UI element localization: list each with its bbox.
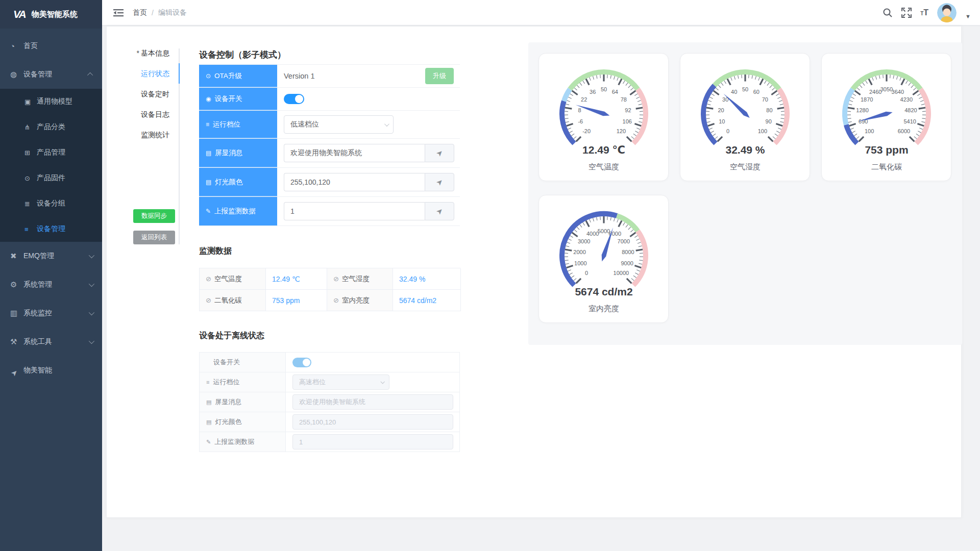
offline-gear-value: 高速档位 — [286, 372, 459, 392]
device-switch-toggle[interactable] — [284, 94, 304, 104]
color-label: ▤ 灯光颜色 — [199, 168, 277, 196]
gauge-chart: 0100020003000400050006000700080009000100… — [539, 195, 668, 324]
monitor-label-temp: ⊘空气温度 — [200, 268, 266, 290]
tab-device-timer[interactable]: 设备定时 — [107, 84, 179, 104]
form-row-message: ▤ 屏显消息 ➤ — [199, 139, 460, 168]
svg-text:空气湿度: 空气湿度 — [730, 162, 761, 171]
send-button[interactable]: ➤ — [425, 202, 454, 220]
gear-value: 低速档位 — [277, 111, 460, 138]
offline-row-color: ▤灯光颜色 — [200, 412, 459, 432]
search-icon[interactable] — [883, 8, 893, 18]
avatar-image — [937, 3, 957, 22]
fullscreen-icon[interactable] — [901, 8, 912, 18]
send-button[interactable]: ➤ — [425, 173, 454, 191]
run-level-select[interactable]: 低速档位 — [284, 115, 394, 134]
offline-title: 设备处于离线状态 — [199, 331, 264, 341]
ota-value: Version 1 升级 — [277, 65, 460, 87]
sidebar-item-product-mgmt[interactable]: ⊞ 产品管理 — [0, 140, 102, 165]
svg-text:106: 106 — [623, 118, 632, 124]
sidebar-item-label: 系统管理 — [23, 280, 89, 289]
sidebar-item-home[interactable]: ◔ 首页 — [0, 32, 102, 60]
avatar[interactable] — [937, 3, 957, 22]
tab-device-log[interactable]: 设备日志 — [107, 104, 179, 124]
emq-icon: ✖ — [10, 252, 23, 261]
svg-text:753 ppm: 753 ppm — [865, 144, 908, 156]
svg-text:1280: 1280 — [856, 107, 868, 113]
offline-report-input — [292, 434, 453, 449]
breadcrumb-home[interactable]: 首页 — [133, 8, 147, 17]
font-size-icon[interactable]: TT — [920, 8, 928, 17]
svg-text:7000: 7000 — [618, 238, 630, 244]
form-row-color: ▤ 灯光颜色 ➤ — [199, 168, 460, 197]
monitor-value-temp: 12.49 ℃ — [266, 268, 327, 290]
upgrade-button[interactable]: 升级 — [425, 68, 454, 84]
screen-message-input[interactable] — [284, 144, 425, 162]
offline-gear-label: ≡运行档位 — [200, 372, 286, 392]
svg-text:-20: -20 — [582, 128, 591, 134]
sidebar-item-product-category[interactable]: ⋔ 产品分类 — [0, 114, 102, 140]
report-value: ➤ — [277, 197, 460, 226]
svg-text:5674 cd/m2: 5674 cd/m2 — [575, 286, 632, 297]
sidebar-item-label: 通用物模型 — [37, 97, 93, 106]
sidebar-item-firmware[interactable]: ⊙ 产品固件 — [0, 165, 102, 191]
sidebar-item-label: 产品分类 — [37, 122, 93, 132]
tab-label: 设备日志 — [141, 110, 169, 118]
light-color-input[interactable] — [284, 173, 425, 191]
sidebar-item-device-mgmt[interactable]: ◍ 设备管理 — [0, 60, 102, 89]
category-icon: ⋔ — [24, 123, 37, 131]
svg-text:100: 100 — [758, 128, 767, 134]
data-sync-button[interactable]: 数据同步 — [133, 209, 175, 223]
sidebar-item-emq[interactable]: ✖ EMQ管理 — [0, 242, 102, 270]
back-to-list-button[interactable]: 返回列表 — [133, 231, 175, 244]
cell-label: 空气温度 — [214, 274, 242, 284]
sidebar-item-wumei[interactable]: ➤ 物美智能 — [0, 356, 102, 385]
field-label: 上报监测数据 — [214, 207, 256, 216]
paper-plane-icon: ➤ — [9, 362, 24, 378]
sidebar-item-label: EMQ管理 — [23, 252, 89, 261]
required-marker: * — [137, 49, 139, 57]
monitor-table: ⊘空气温度 12.49 ℃ ⊘空气湿度 32.49 % ⊘二氧化碳 753 pp… — [199, 268, 460, 311]
tab-basic-info[interactable]: *基本信息 — [107, 43, 179, 63]
offline-form: 设备开关 ≡运行档位 高速档位 ▤屏显消息 — [199, 352, 460, 452]
sidebar-item-system-tools[interactable]: ⚒ 系统工具 — [0, 328, 102, 356]
form-row-ota: ⊙ OTA升级 Version 1 升级 — [199, 65, 460, 88]
switch-label: ◉ 设备开关 — [199, 88, 277, 110]
send-button[interactable]: ➤ — [425, 144, 454, 162]
tab-monitor-stats[interactable]: 监测统计 — [107, 124, 179, 145]
sidebar-item-system-mgmt[interactable]: ⚙ 系统管理 — [0, 270, 102, 299]
sidebar-item-thing-model[interactable]: ▣ 通用物模型 — [0, 89, 102, 114]
svg-text:3000: 3000 — [578, 238, 590, 244]
device-tabs: *基本信息 运行状态 设备定时 设备日志 监测统计 — [107, 43, 179, 145]
sidebar-item-device-list[interactable]: ≡ 设备管理 — [0, 216, 102, 242]
monitor-value-co2: 753 ppm — [266, 290, 327, 311]
tab-running-status[interactable]: 运行状态 — [107, 63, 179, 84]
sidebar-item-label: 设备管理 — [37, 224, 93, 234]
sidebar-item-label: 设备管理 — [23, 70, 89, 79]
light-color-icon: ▤ — [206, 419, 211, 425]
switch-value — [277, 88, 460, 110]
screen-message-group: ➤ — [284, 144, 454, 162]
sidebar-collapse-icon[interactable] — [113, 9, 124, 17]
svg-text:100: 100 — [865, 128, 874, 134]
breadcrumb: 首页 / 编辑设备 — [133, 8, 187, 17]
cell-label: 二氧化碳 — [214, 296, 242, 305]
logo-icon: VA — [13, 8, 26, 20]
sidebar-item-system-monitor[interactable]: ▥ 系统监控 — [0, 299, 102, 328]
send-icon: ➤ — [434, 177, 445, 188]
sidebar-item-device-group[interactable]: ≣ 设备分组 — [0, 191, 102, 216]
svg-text:20: 20 — [718, 107, 724, 113]
app-logo: VA 物美智能系统 — [0, 0, 102, 29]
offline-switch-label: 设备开关 — [200, 353, 286, 372]
device-control-form: ⊙ OTA升级 Version 1 升级 ◉ 设备开关 — [199, 64, 460, 226]
report-data-group: ➤ — [284, 202, 454, 220]
field-label: 屏显消息 — [215, 148, 242, 158]
gauge-chart: -20-6822365064789210612012.49 ℃空气温度 — [539, 54, 668, 183]
svg-text:1000: 1000 — [574, 260, 586, 266]
device-list-icon: ≡ — [24, 226, 37, 233]
caret-down-icon[interactable]: ▼ — [965, 13, 971, 19]
offline-color-value — [286, 412, 459, 432]
svg-text:4230: 4230 — [900, 96, 913, 103]
gauge-svg: 010203040506070809010032.49 %空气湿度 — [680, 54, 810, 181]
report-data-input[interactable] — [284, 202, 425, 220]
app-root: VA 物美智能系统 ◔ 首页 ◍ 设备管理 ▣ 通用物模型 ⋔ 产品分类 — [0, 0, 980, 551]
